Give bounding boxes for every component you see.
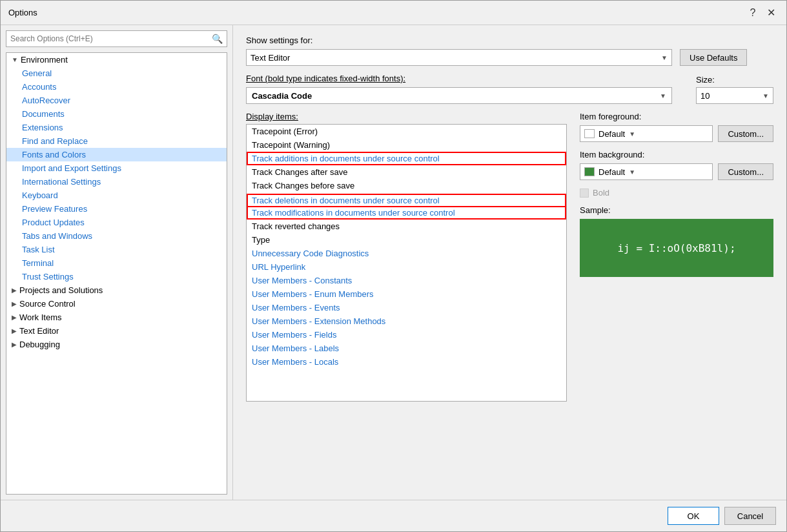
tree-item-debugging[interactable]: ▶ Debugging [6,338,227,351]
tree-item-trust-settings[interactable]: Trust Settings [6,270,227,283]
tree-item-preview[interactable]: Preview Features [6,202,227,216]
sample-section: Sample: ij = I::oO(0xB81l); [580,205,773,277]
tree-item-find-replace[interactable]: Find and Replace [6,134,227,148]
tree-item-international[interactable]: International Settings [6,175,227,189]
list-item-track-modifications[interactable]: Track modifications in documents under s… [247,207,566,220]
tree-item-task-list[interactable]: Task List [6,243,227,256]
bold-label: Bold [593,188,609,198]
search-box[interactable]: 🔍 [6,30,227,47]
tree-item-keyboard[interactable]: Keyboard [6,189,227,202]
tree-item-environment[interactable]: ▼ Environment [6,53,227,66]
list-item-user-labels[interactable]: User Members - Labels [247,342,566,355]
background-custom-button[interactable]: Custom... [718,163,773,180]
title-bar: Options ? ✕ [1,1,786,25]
item-background-swatch [584,167,595,176]
tree-item-product-updates[interactable]: Product Updates [6,216,227,229]
display-items-label: Display items: [246,112,567,121]
tree-item-label: Terminal [22,258,54,268]
tree-item-terminal[interactable]: Terminal [6,256,227,270]
list-item-user-extension[interactable]: User Members - Extension Methods [247,314,566,328]
font-label: Font (bold type indicates fixed-width fo… [246,74,688,83]
sample-box: ij = I::oO(0xB81l); [580,219,773,277]
list-item-url-hyperlink[interactable]: URL Hyperlink [247,260,566,274]
item-background-label: Item background: [580,150,773,159]
item-background-value: Default [598,167,625,177]
bold-checkbox[interactable] [580,189,589,198]
tree-item-label: Task List [22,245,55,254]
title-controls: ? ✕ [745,5,779,21]
bold-row: Bold [580,188,773,198]
list-item-user-enum[interactable]: User Members - Enum Members [247,287,566,301]
right-controls: Item foreground: Default ▼ Custom... [580,112,773,402]
sample-label: Sample: [580,205,773,215]
tree-item-label: Trust Settings [22,272,74,281]
help-button[interactable]: ? [745,5,761,21]
show-settings-value: Text Editor [250,53,290,63]
list-item-track-reverted[interactable]: Track reverted changes [247,220,566,233]
list-item-user-locals[interactable]: User Members - Locals [247,355,566,369]
tree-item-documents[interactable]: Documents [6,107,227,121]
search-input[interactable] [6,33,208,45]
close-button[interactable]: ✕ [763,5,779,21]
tree-item-label: International Settings [22,177,101,187]
list-item-track-additions[interactable]: Track additions in documents under sourc… [247,152,566,165]
expand-arrow: ▶ [12,314,17,321]
tree-item-label: Extensions [22,123,63,132]
item-background-section: Item background: Default ▼ Custom... [580,150,773,180]
list-item-track-before-save[interactable]: Track Changes before save [247,179,566,192]
tree-item-tabs-windows[interactable]: Tabs and Windows [6,229,227,243]
cancel-button[interactable]: Cancel [724,507,776,525]
tree-container[interactable]: ▼ Environment General Accounts AutoRecov… [6,52,227,495]
tree-item-label: Keyboard [22,190,58,200]
tree-item-extensions[interactable]: Extensions [6,121,227,134]
item-foreground-label: Item foreground: [580,112,773,121]
list-item-user-fields[interactable]: User Members - Fields [247,328,566,342]
tree-item-label: Product Updates [22,218,85,227]
tree-item-work-items[interactable]: ▶ Work Items [6,311,227,324]
foreground-custom-button[interactable]: Custom... [718,125,773,142]
size-value: 10 [700,91,710,101]
tree-item-label: Documents [22,109,65,119]
font-dropdown[interactable]: Cascadia Code ▼ [246,87,672,104]
list-item-user-constants[interactable]: User Members - Constants [247,274,566,287]
tree-item-label: Projects and Solutions [19,285,103,295]
show-settings-dropdown[interactable]: Text Editor ▼ [246,49,672,66]
right-panel: Show settings for: Text Editor ▼ Use Def… [233,25,786,500]
list-item-user-events[interactable]: User Members - Events [247,301,566,314]
tree-item-accounts[interactable]: Accounts [6,80,227,94]
tree-item-label: Accounts [22,82,56,92]
list-item-tracepoint-error[interactable]: Tracepoint (Error) [247,125,566,138]
sample-text: ij = I::oO(0xB81l); [617,242,735,254]
list-item-type[interactable]: Type [247,233,566,247]
tree-item-import-export[interactable]: Import and Export Settings [6,161,227,175]
list-item-tracepoint-warning[interactable]: Tracepoint (Warning) [247,138,566,152]
tree-item-text-editor[interactable]: ▶ Text Editor [6,324,227,338]
ok-button[interactable]: OK [668,507,719,525]
item-background-selector-row: Default ▼ Custom... [580,163,773,180]
item-foreground-dropdown[interactable]: Default ▼ [580,125,713,142]
font-value: Cascadia Code [252,91,312,101]
tree-item-label: General [22,68,52,78]
list-item-track-deletions[interactable]: Track deletions in documents under sourc… [247,194,566,207]
display-list-col: Display items: Tracepoint (Error) Tracep… [246,112,567,402]
item-foreground-selector-row: Default ▼ Custom... [580,125,773,142]
tree-item-projects[interactable]: ▶ Projects and Solutions [6,283,227,297]
item-background-dropdown[interactable]: Default ▼ [580,163,713,180]
tree-item-fonts-colors[interactable]: Fonts and Colors [6,148,227,161]
display-items-list[interactable]: Tracepoint (Error) Tracepoint (Warning) … [246,124,567,402]
tree-item-source-control[interactable]: ▶ Source Control [6,297,227,311]
tree-item-general[interactable]: General [6,66,227,80]
tree-item-autorecover[interactable]: AutoRecover [6,94,227,107]
font-dropdown-arrow-icon: ▼ [660,92,666,99]
expand-arrow: ▶ [12,341,17,348]
expand-arrow: ▶ [12,287,17,294]
options-dialog: Options ? ✕ 🔍 ▼ Environment General [0,0,787,532]
display-items-section: Display items: Tracepoint (Error) Tracep… [246,112,773,402]
tree-item-label: Source Control [19,299,76,309]
use-defaults-button[interactable]: Use Defaults [680,49,747,66]
list-item-unnecessary-code[interactable]: Unnecessary Code Diagnostics [247,247,566,260]
list-item-track-after-save[interactable]: Track Changes after save [247,165,566,179]
size-dropdown[interactable]: 10 ▼ [696,87,773,104]
size-label: Size: [696,75,773,85]
tree-item-label: Import and Export Settings [22,163,121,173]
